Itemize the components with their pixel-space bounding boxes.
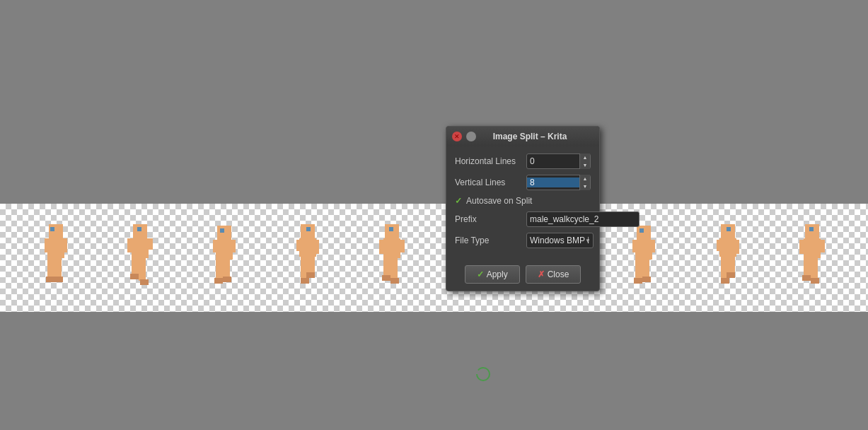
sprite-9 — [707, 223, 749, 294]
autosave-label[interactable]: Autosave on Split — [466, 196, 532, 206]
horizontal-lines-spinbox-buttons: ▲ ▼ — [579, 153, 590, 169]
svg-rect-38 — [383, 238, 400, 258]
horizontal-lines-increment[interactable]: ▲ — [580, 153, 590, 161]
svg-rect-13 — [149, 238, 153, 250]
sprite-10 — [791, 223, 833, 294]
svg-rect-70 — [634, 278, 642, 284]
svg-rect-17 — [140, 279, 149, 285]
svg-rect-7 — [46, 277, 54, 282]
sprite-2 — [119, 223, 161, 294]
sprite-3 — [203, 223, 245, 294]
filetype-select-wrapper: Windows BMP i PNG JPEG TIFF — [526, 233, 594, 248]
svg-rect-5 — [47, 258, 54, 278]
svg-rect-64 — [640, 228, 644, 233]
svg-rect-67 — [651, 240, 655, 252]
dialog-body: Horizontal Lines ▲ ▼ Vertical Lines ▲ ▼ — [446, 146, 599, 261]
horizontal-lines-row: Horizontal Lines ▲ ▼ — [455, 153, 591, 169]
svg-rect-71 — [642, 277, 651, 282]
svg-rect-83 — [804, 238, 821, 258]
svg-rect-1 — [50, 227, 54, 231]
vertical-lines-input[interactable] — [527, 178, 579, 187]
svg-rect-4 — [63, 238, 67, 252]
image-split-dialog: ✕ Image Split – Krita Horizontal Lines ▲… — [446, 126, 600, 291]
sprite-8 — [623, 223, 665, 294]
vertical-lines-decrement[interactable]: ▼ — [580, 182, 590, 190]
svg-rect-21 — [213, 240, 217, 252]
vertical-lines-increment[interactable]: ▲ — [580, 175, 590, 182]
svg-rect-88 — [802, 275, 811, 281]
svg-rect-78 — [728, 257, 735, 274]
apply-checkmark-icon: ✓ — [477, 269, 484, 279]
svg-rect-22 — [231, 240, 236, 252]
svg-rect-37 — [389, 227, 393, 231]
svg-rect-44 — [390, 278, 399, 284]
horizontal-lines-input[interactable] — [527, 156, 579, 166]
prefix-input[interactable] — [526, 211, 640, 227]
svg-rect-34 — [301, 278, 309, 284]
svg-rect-19 — [220, 228, 224, 233]
svg-rect-25 — [214, 278, 223, 284]
svg-rect-15 — [139, 258, 146, 281]
svg-rect-33 — [308, 257, 315, 274]
svg-rect-23 — [216, 260, 223, 279]
prefix-row: Prefix — [455, 211, 591, 227]
close-dialog-button[interactable]: ✗ Close — [526, 265, 581, 284]
svg-point-90 — [477, 368, 490, 380]
svg-rect-10 — [137, 227, 141, 231]
svg-rect-39 — [379, 240, 383, 254]
svg-rect-84 — [799, 240, 804, 254]
svg-rect-66 — [632, 240, 637, 252]
svg-rect-80 — [727, 272, 735, 278]
apply-button[interactable]: ✓ Apply — [465, 265, 520, 284]
svg-rect-76 — [735, 240, 739, 254]
vertical-lines-label: Vertical Lines — [455, 178, 522, 187]
svg-rect-68 — [635, 260, 642, 279]
svg-rect-11 — [132, 238, 149, 258]
svg-rect-14 — [132, 258, 139, 275]
svg-rect-31 — [315, 240, 319, 254]
sprite-5 — [371, 223, 413, 294]
horizontal-lines-decrement[interactable]: ▼ — [580, 161, 590, 169]
svg-rect-35 — [306, 272, 315, 278]
close-window-button[interactable]: ✕ — [452, 132, 462, 141]
svg-rect-89 — [811, 278, 819, 284]
close-x-icon: ✗ — [538, 269, 545, 279]
minimize-window-button[interactable] — [466, 132, 476, 141]
sprite-strip — [0, 204, 868, 312]
vertical-lines-row: Vertical Lines ▲ ▼ — [455, 175, 591, 190]
svg-rect-28 — [306, 227, 311, 231]
svg-rect-24 — [223, 260, 230, 279]
vertical-lines-spinbox: ▲ ▼ — [526, 175, 591, 190]
dialog-titlebar: ✕ Image Split – Krita — [446, 127, 599, 146]
svg-rect-3 — [45, 238, 49, 252]
svg-rect-20 — [216, 240, 233, 260]
apply-label: Apply — [487, 269, 508, 279]
vertical-lines-spinbox-buttons: ▲ ▼ — [579, 175, 590, 190]
sprite-4 — [287, 223, 329, 294]
svg-rect-42 — [390, 258, 398, 279]
svg-rect-74 — [719, 238, 736, 257]
svg-rect-29 — [299, 238, 316, 257]
filetype-select[interactable]: Windows BMP i PNG JPEG TIFF — [526, 233, 594, 248]
svg-rect-73 — [727, 227, 731, 231]
autosave-checkmark: ✓ — [455, 196, 462, 206]
autosave-row: ✓ Autosave on Split — [455, 196, 591, 206]
svg-rect-65 — [635, 240, 652, 260]
svg-rect-79 — [721, 278, 729, 284]
svg-rect-8 — [54, 277, 63, 282]
filetype-row: File Type Windows BMP i PNG JPEG TIFF — [455, 233, 591, 248]
svg-rect-2 — [47, 238, 64, 258]
dialog-title: Image Split – Krita — [480, 132, 579, 141]
svg-rect-6 — [54, 258, 62, 278]
svg-rect-85 — [821, 240, 825, 252]
svg-rect-82 — [809, 227, 814, 231]
svg-rect-40 — [400, 240, 405, 252]
cursor-icon — [475, 366, 491, 382]
svg-rect-69 — [642, 260, 649, 279]
close-label: Close — [548, 269, 569, 279]
svg-rect-30 — [296, 240, 301, 251]
svg-rect-16 — [130, 274, 139, 279]
sprite-1 — [35, 223, 77, 294]
svg-rect-26 — [223, 277, 231, 282]
filetype-label: File Type — [455, 236, 522, 245]
